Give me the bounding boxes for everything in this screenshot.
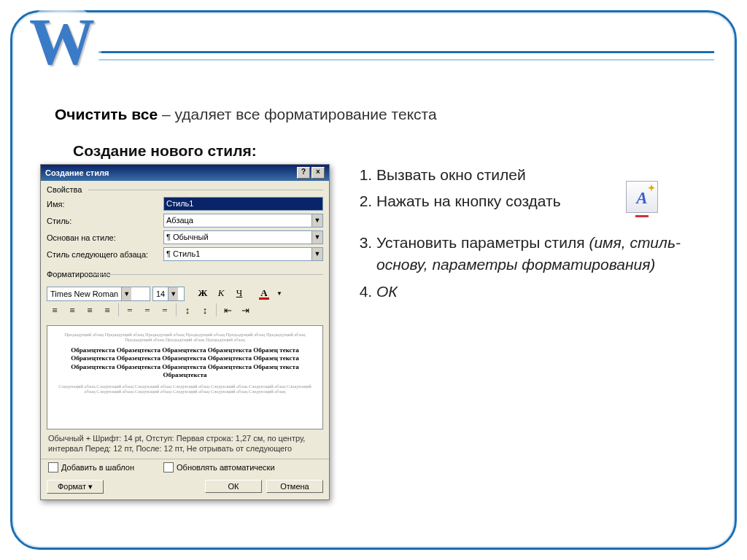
preview-grey-top: Предыдущий абзац Предыдущий абзац Предыд… [55, 332, 315, 342]
preview-grey-bot: Следующий абзац Следующий абзац Следующи… [55, 384, 315, 394]
close-button[interactable]: × [311, 167, 325, 179]
intro-text: Очистить все – удаляет все форматировани… [55, 106, 437, 123]
style-label: Стиль: [47, 217, 163, 225]
bold-button[interactable]: Ж [195, 286, 211, 302]
group-properties: Свойства [41, 181, 329, 195]
line-spacing-15-icon[interactable]: = [139, 303, 155, 319]
instruction-3: Установить параметры стиля (имя, стиль-о… [376, 232, 703, 276]
font-color-button[interactable]: A [256, 286, 272, 302]
style-preview: Предыдущий абзац Предыдущий абзац Предыд… [47, 325, 323, 429]
indent-dec-icon[interactable]: ⇤ [220, 303, 236, 319]
line-spacing-2-icon[interactable]: = [157, 303, 173, 319]
style-summary: Обычный + Шрифт: 14 pt, Отступ: Первая с… [41, 434, 329, 459]
word-logo: W [22, 4, 102, 84]
format-button[interactable]: Формат ▾ [47, 480, 104, 494]
checkbox-icon [48, 462, 58, 472]
line-spacing-1-icon[interactable]: = [122, 303, 138, 319]
next-style-label: Стиль следующего абзаца: [47, 250, 163, 259]
style-combo[interactable]: Абзаца▼ [163, 214, 323, 228]
checkbox-icon [163, 462, 174, 472]
based-on-label: Основан на стиле: [47, 233, 163, 242]
align-center-icon[interactable]: ≡ [64, 303, 80, 319]
help-button[interactable]: ? [297, 167, 310, 179]
section-title: Создание нового стиля: [73, 142, 257, 160]
chevron-down-icon[interactable]: ▼ [311, 248, 322, 260]
chevron-down-icon[interactable]: ▼ [274, 286, 285, 302]
ok-button[interactable]: ОК [205, 480, 262, 493]
align-right-icon[interactable]: ≡ [82, 303, 98, 319]
cancel-button[interactable]: Отмена [266, 480, 323, 493]
create-style-dialog: Создание стиля ? × Свойства Имя: Стиль1 … [40, 164, 330, 500]
align-justify-icon[interactable]: ≡ [99, 303, 115, 319]
chevron-down-icon[interactable]: ▼ [121, 287, 131, 300]
chevron-down-icon[interactable]: ▼ [168, 287, 178, 300]
chevron-down-icon[interactable]: ▼ [311, 214, 322, 227]
dialog-title: Создание стиля [45, 168, 109, 177]
intro-bold: Очистить все [55, 106, 158, 122]
preview-sample: Образецтекста Образецтекста Образецтекст… [55, 346, 315, 379]
chevron-down-icon[interactable]: ▼ [311, 231, 322, 244]
logo-letter: W [29, 4, 95, 80]
dialog-titlebar[interactable]: Создание стиля ? × [41, 165, 329, 181]
based-on-combo[interactable]: Обычный▼ [163, 230, 323, 244]
align-left-icon[interactable]: ≡ [47, 303, 63, 319]
font-name-combo[interactable]: Times New Roman▼ [47, 287, 150, 301]
auto-update-checkbox[interactable]: Обновлять автоматически [163, 462, 275, 472]
group-formatting: Форматирование [41, 265, 329, 280]
intro-rest: – удаляет все форматирование текста [158, 106, 437, 122]
space-before-dec-icon[interactable]: ↕ [197, 303, 213, 319]
header-rule [98, 51, 714, 61]
name-label: Имя: [47, 200, 163, 209]
add-to-template-checkbox[interactable]: Добавить в шаблон [48, 462, 134, 472]
space-before-inc-icon[interactable]: ↕ [179, 303, 196, 319]
next-style-combo[interactable]: Стиль1▼ [163, 247, 323, 261]
new-style-icon[interactable]: ✦ A [626, 181, 658, 213]
name-input[interactable]: Стиль1 [163, 197, 323, 211]
font-size-combo[interactable]: 14▼ [152, 287, 185, 301]
underline-button[interactable]: Ч [231, 286, 247, 302]
indent-inc-icon[interactable]: ⇥ [237, 303, 253, 319]
instruction-4: ОК [376, 281, 703, 303]
italic-button[interactable]: К [213, 286, 229, 302]
sparkle-icon: ✦ [648, 183, 655, 193]
